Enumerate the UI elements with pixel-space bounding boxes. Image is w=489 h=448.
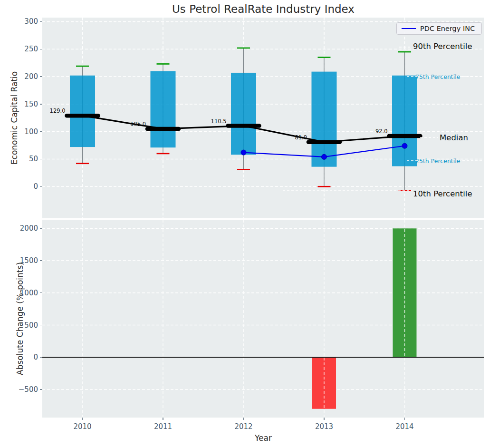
y-tick-mark [40,131,42,132]
y-tick-label-bottom: 1500 [0,256,38,265]
annotation-90th-percentile: 90th Percentile [413,42,472,51]
pdc-line-sample-icon [402,28,416,29]
figure: Us Petrol RealRate Industry Index 129.01… [0,0,489,448]
y-tick-mark [40,260,42,261]
y-tick-mark [40,159,42,159]
y-tick-label-top: 250 [0,45,38,53]
y-tick-mark [40,292,42,293]
pdc-marker [402,143,407,148]
median-value-label: 129.0 [50,107,66,114]
y-tick-mark [40,357,42,358]
x-tick-label: 2012 [234,422,252,431]
y-tick-label-top: 300 [0,17,38,26]
absolute-change-bar-chart [42,220,484,418]
median-value-label: 92.0 [375,128,388,135]
legend-label: PDC Energy INC [420,25,475,32]
y-tick-mark [40,21,42,22]
percentile-box [70,76,95,147]
bottom-chart-panel [42,220,484,418]
median-value-label: 81.0 [295,134,307,141]
y-tick-label-top: 100 [0,127,38,136]
y-tick-mark [40,389,42,390]
y-tick-mark [40,325,42,325]
annotation-10th-percentile: 10th Percentile [413,189,472,198]
percentile-box [312,72,337,167]
y-tick-mark [40,104,42,104]
median-value-label: 110.5 [211,118,227,125]
y-tick-mark [40,228,42,229]
y-tick-label-bottom: 2000 [0,224,38,233]
y-tick-label-top: 200 [0,72,38,81]
x-tick-mark [404,418,405,420]
annotation-25th-percentile: 25th Percentile [415,157,460,165]
legend: PDC Energy INC [396,22,482,35]
y-tick-mark [40,49,42,49]
x-tick-mark [243,418,244,420]
median-value-label: 105.0 [130,121,146,127]
y-tick-mark [40,76,42,77]
pdc-marker [322,154,327,159]
percentile-box [231,73,256,155]
x-axis-label: Year [42,433,484,443]
y-tick-label-top: 150 [0,100,38,108]
percentile-box [392,76,417,166]
x-tick-label: 2013 [315,422,333,431]
y-tick-label-top: 50 [0,155,38,163]
x-tick-mark [324,418,324,420]
y-tick-label-bottom: 0 [0,353,38,361]
y-tick-mark [40,186,42,187]
x-tick-label: 2010 [73,422,91,431]
x-tick-label: 2014 [395,422,413,431]
y-tick-label-bottom: 500 [0,321,38,330]
y-tick-label-bottom: 1000 [0,289,38,297]
x-tick-mark [82,418,83,420]
pdc-marker [241,150,246,155]
chart-title: Us Petrol RealRate Industry Index [42,3,484,15]
annotation-75th-percentile: 75th Percentile [415,73,460,80]
y-tick-label-top: 0 [0,182,38,191]
y-tick-label-bottom: −500 [0,385,38,394]
x-tick-mark [163,418,163,420]
percentile-box [151,71,176,147]
annotation-median: Median [440,133,468,142]
x-tick-label: 2011 [154,422,172,431]
